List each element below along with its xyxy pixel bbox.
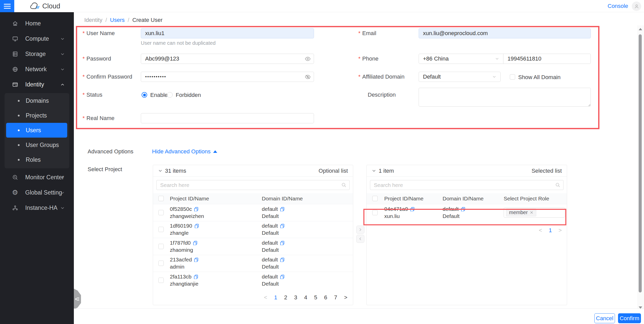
copy-icon[interactable] <box>280 240 284 247</box>
copy-icon[interactable] <box>410 206 415 213</box>
row-checkbox[interactable] <box>158 227 164 232</box>
table-row[interactable]: 0f52850c zhangweizhen default Default <box>153 204 353 221</box>
sidebar-item-home[interactable]: Home <box>0 16 74 31</box>
scrollbar-thumb[interactable] <box>639 34 642 292</box>
sidebar-item-network[interactable]: Network <box>0 62 74 77</box>
copy-icon[interactable] <box>194 206 198 213</box>
sidebar-item-compute[interactable]: Compute <box>0 31 74 46</box>
password-label: * Password <box>83 55 111 62</box>
page-number[interactable]: 7 <box>334 294 337 301</box>
phone-label: * Phone <box>358 55 378 62</box>
select-all-checkbox[interactable] <box>372 196 378 201</box>
page-number[interactable]: 6 <box>324 294 327 301</box>
copy-icon[interactable] <box>280 206 284 213</box>
search-icon <box>555 182 560 189</box>
bullet-dot <box>18 129 20 131</box>
brand-name: Cloud <box>42 2 60 10</box>
row-checkbox[interactable] <box>158 210 164 215</box>
user-name-input[interactable] <box>141 28 314 38</box>
page-number[interactable]: 5 <box>314 294 317 301</box>
enable-radio[interactable] <box>142 92 147 98</box>
select-all-checkbox[interactable] <box>158 196 164 201</box>
row-checkbox[interactable] <box>158 244 164 249</box>
sidebar-item-monitor-center[interactable]: Monitor Center <box>0 170 74 185</box>
sidebar-item-domains[interactable]: Domains <box>5 93 69 108</box>
copy-icon[interactable] <box>195 223 199 230</box>
phone-number-input[interactable] <box>503 54 591 64</box>
affiliated-domain-select[interactable]: Default <box>419 72 501 82</box>
copy-icon[interactable] <box>194 274 198 281</box>
table-row[interactable]: 04e471a9 xun.liu default Default member <box>367 204 567 221</box>
transfer-left-button[interactable] <box>356 235 364 243</box>
prev-page-button[interactable]: < <box>264 294 267 301</box>
bullet-dot <box>18 115 20 116</box>
row-checkbox[interactable] <box>158 261 164 266</box>
next-page-button[interactable]: > <box>558 227 562 234</box>
phone-country-select[interactable]: +86 China <box>419 54 503 64</box>
copy-icon[interactable] <box>193 240 197 247</box>
remove-role-icon[interactable] <box>530 211 533 214</box>
sidebar-item-users[interactable]: Users <box>6 123 67 138</box>
prev-page-button[interactable]: < <box>539 227 542 234</box>
user-avatar-button[interactable] <box>632 2 641 11</box>
scroll-up-icon[interactable] <box>639 28 642 30</box>
scroll-down-icon[interactable] <box>639 306 642 309</box>
chevron-down-icon <box>60 67 65 71</box>
table-row[interactable]: 1f787fd0 zhaoming default Default <box>153 238 353 255</box>
table-row[interactable]: 1df60190 zhangle default Default <box>153 221 353 238</box>
chevron-down-icon[interactable] <box>158 169 162 173</box>
footer-bar <box>74 308 644 324</box>
transfer-right-button[interactable] <box>356 226 364 234</box>
page-number[interactable]: 4 <box>304 294 307 301</box>
forbidden-radio[interactable] <box>167 92 173 98</box>
menu-toggle-button[interactable] <box>0 0 14 12</box>
breadcrumb-users-link[interactable]: Users <box>110 17 125 23</box>
copy-icon[interactable] <box>461 206 465 213</box>
sidebar-item-identity[interactable]: Identity <box>0 77 74 92</box>
page-number[interactable]: 1 <box>549 227 552 234</box>
eye-icon[interactable] <box>305 56 311 62</box>
console-link[interactable]: Console <box>608 0 628 12</box>
confirm-button[interactable]: Confirm <box>618 313 641 323</box>
sidebar-item-roles[interactable]: Roles <box>5 152 69 167</box>
project-role-select[interactable]: member <box>504 208 565 218</box>
search-input[interactable] <box>370 180 564 190</box>
identity-submenu: Domains Projects Users User Groups Roles <box>5 93 69 168</box>
sidebar-item-projects[interactable]: Projects <box>5 108 69 123</box>
page-number[interactable]: 2 <box>284 294 287 301</box>
row-checkbox[interactable] <box>372 210 378 215</box>
instance-ha-icon <box>12 204 18 211</box>
table-row[interactable]: 2fa113cb zhangtianjie default Default <box>153 272 353 289</box>
cancel-button[interactable]: Cancel <box>594 313 615 323</box>
copy-icon[interactable] <box>280 223 284 230</box>
page-number[interactable]: 3 <box>294 294 297 301</box>
optional-search <box>156 180 350 190</box>
optional-table-header: Project ID/Name Domain ID/Name <box>153 193 353 204</box>
search-input[interactable] <box>156 180 350 190</box>
selected-pagination: < 1 > <box>367 225 567 236</box>
chevron-down-icon[interactable] <box>372 169 376 173</box>
copy-icon[interactable] <box>194 257 198 263</box>
copy-icon[interactable] <box>280 257 284 263</box>
next-page-button[interactable]: > <box>344 294 347 301</box>
page-number[interactable]: 1 <box>274 294 277 301</box>
sidebar-item-global-setting[interactable]: ⚙ Global Setting <box>0 185 74 200</box>
table-row[interactable]: 213acfed admin default Default <box>153 255 353 272</box>
sidebar-item-user-groups[interactable]: User Groups <box>5 138 69 152</box>
hide-advanced-options-link[interactable]: Hide Advanced Options <box>152 148 217 155</box>
sidebar-item-storage[interactable]: Storage <box>0 46 74 62</box>
email-input[interactable] <box>419 28 591 38</box>
eye-off-icon[interactable] <box>305 74 311 80</box>
sidebar-item-instance-ha[interactable]: Instance-HA <box>0 200 74 215</box>
confirm-password-input[interactable] <box>141 72 314 82</box>
chevron-down-icon <box>60 190 65 195</box>
description-textarea[interactable] <box>419 88 591 107</box>
sidebar-item-label: User Groups <box>26 142 59 149</box>
copy-icon[interactable] <box>280 274 284 281</box>
password-input[interactable] <box>141 54 314 64</box>
real-name-input[interactable] <box>141 113 314 123</box>
sidebar-item-label: Compute <box>25 35 49 42</box>
row-checkbox[interactable] <box>158 277 164 283</box>
chevron-right-icon <box>358 228 362 232</box>
show-all-domain-checkbox[interactable] <box>510 74 515 80</box>
